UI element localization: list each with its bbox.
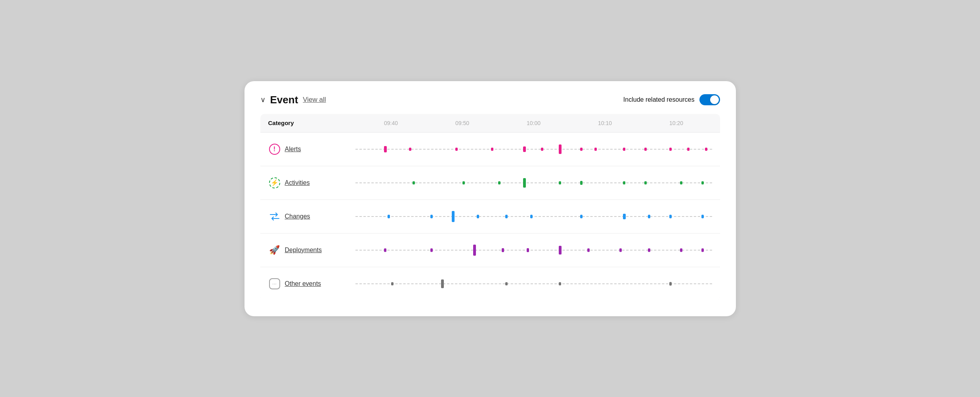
change-bar <box>477 215 479 218</box>
table-row-activities: ⚡ Activities <box>260 166 720 200</box>
activity-bar <box>413 181 415 184</box>
deployment-bar <box>559 246 562 255</box>
alert-bar <box>523 146 526 152</box>
include-related-toggle[interactable] <box>699 94 720 105</box>
change-bar <box>701 215 704 218</box>
category-label: Category <box>268 120 294 126</box>
alerts-link[interactable]: Alerts <box>285 146 301 153</box>
change-bar <box>452 211 455 222</box>
timeline-header: 09:40 09:50 10:00 10:10 10:20 <box>355 120 712 126</box>
table-row-changes: Changes <box>260 200 720 234</box>
deployment-bar <box>701 248 704 252</box>
other-event-bar <box>559 282 561 285</box>
other-event-bar <box>441 279 444 288</box>
alerts-icon: ! <box>268 143 281 156</box>
activities-icon: ⚡ <box>268 177 281 189</box>
alert-bar <box>644 148 647 151</box>
change-bar <box>530 215 533 218</box>
other-events-chart <box>355 274 712 293</box>
table-header-row: Category 09:40 09:50 10:00 10:10 10:20 <box>260 114 720 133</box>
alert-bar <box>409 148 411 151</box>
time-label-0940: 09:40 <box>384 120 398 126</box>
activity-bar <box>680 181 682 184</box>
change-bar <box>580 215 583 218</box>
activity-bar <box>523 178 526 188</box>
table-row-deployments: 🚀 Deployments <box>260 234 720 267</box>
time-label-1010: 10:10 <box>598 120 612 126</box>
change-bar <box>623 214 626 219</box>
alert-bar <box>455 148 458 151</box>
time-label-1020: 10:20 <box>669 120 683 126</box>
activity-bar <box>462 181 465 184</box>
deployment-bar <box>430 248 433 252</box>
activity-bar <box>498 181 501 184</box>
deployment-bar <box>502 248 504 252</box>
deployment-bar <box>680 248 682 252</box>
alert-bar <box>687 148 690 151</box>
alert-bar <box>384 146 387 152</box>
alert-bar <box>594 148 597 151</box>
table-row-alerts: ! Alerts <box>260 133 720 166</box>
alert-circle-icon: ! <box>269 144 280 155</box>
alerts-label: ! Alerts <box>268 143 355 156</box>
view-all-link[interactable]: View all <box>303 96 326 104</box>
changes-icon <box>268 210 281 223</box>
activities-label: ⚡ Activities <box>268 177 355 189</box>
alert-bar <box>491 148 493 151</box>
category-column-header: Category <box>268 120 355 127</box>
deployment-bar <box>619 248 622 252</box>
deployments-link[interactable]: Deployments <box>285 247 322 254</box>
other-events-link[interactable]: Other events <box>285 280 321 287</box>
activities-link[interactable]: Activities <box>285 179 310 186</box>
change-bar <box>669 215 672 218</box>
other-event-bar <box>391 282 394 285</box>
changes-label: Changes <box>268 210 355 223</box>
toggle-label: Include related resources <box>623 96 695 103</box>
rocket-icon: 🚀 <box>269 245 280 256</box>
header-left: ∨ Event View all <box>260 94 326 106</box>
alert-bar <box>541 148 543 151</box>
card-header: ∨ Event View all Include related resourc… <box>260 94 720 106</box>
time-label-0950: 09:50 <box>455 120 469 126</box>
other-events-icon: ··· <box>268 277 281 290</box>
change-bar <box>388 215 390 218</box>
card-title: Event <box>270 94 298 106</box>
other-event-bar <box>505 282 508 285</box>
deployment-bar <box>527 248 529 252</box>
alert-bar <box>669 148 672 151</box>
events-table: Category 09:40 09:50 10:00 10:10 10:20 !… <box>260 114 720 300</box>
deployments-chart <box>355 241 712 260</box>
deployment-bar <box>648 248 650 252</box>
deployments-label: 🚀 Deployments <box>268 244 355 256</box>
activities-chart <box>355 173 712 192</box>
deployments-bars <box>355 241 712 260</box>
header-right: Include related resources <box>623 94 720 105</box>
changes-bars <box>355 207 712 226</box>
alert-bar <box>580 148 583 151</box>
time-label-1000: 10:00 <box>527 120 541 126</box>
deployments-icon: 🚀 <box>268 244 281 256</box>
alerts-bars <box>355 140 712 159</box>
alert-bar <box>559 144 562 154</box>
activity-bar <box>701 181 704 184</box>
alert-bar <box>705 148 707 151</box>
activities-bolt-icon: ⚡ <box>269 177 280 188</box>
event-card: ∨ Event View all Include related resourc… <box>245 81 736 316</box>
other-event-bar <box>669 282 672 285</box>
change-bar <box>505 215 508 218</box>
alerts-chart <box>355 140 712 159</box>
changes-arrows-icon <box>269 212 280 221</box>
activity-bar <box>623 181 625 184</box>
activity-bar <box>644 181 647 184</box>
changes-chart <box>355 207 712 226</box>
collapse-chevron-icon[interactable]: ∨ <box>260 95 266 104</box>
other-events-bars <box>355 274 712 293</box>
activity-bar <box>580 181 583 185</box>
change-bar <box>648 215 650 218</box>
other-events-label: ··· Other events <box>268 277 355 290</box>
table-row-other-events: ··· Other events <box>260 267 720 300</box>
activities-bars <box>355 173 712 192</box>
deployment-bar <box>587 248 590 252</box>
changes-link[interactable]: Changes <box>285 213 310 220</box>
other-events-dots-icon: ··· <box>269 278 280 289</box>
